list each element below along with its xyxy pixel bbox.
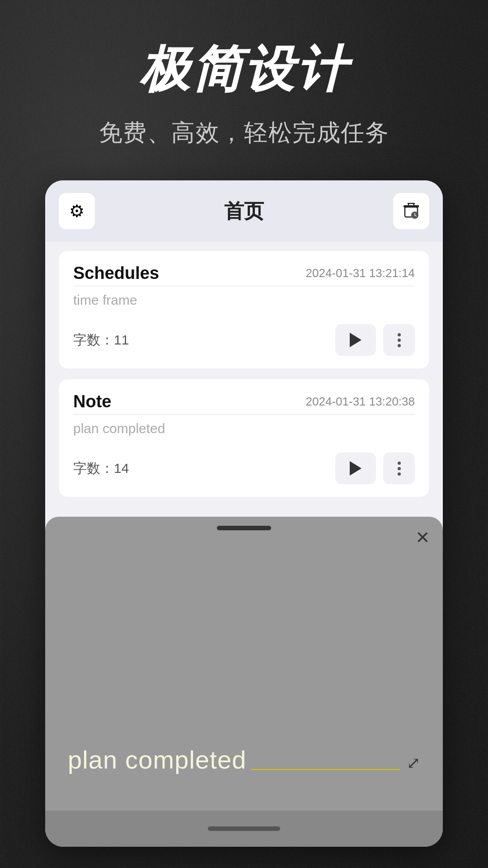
card-schedules-preview: time frame — [73, 292, 415, 311]
popup-close-button[interactable]: × — [416, 526, 429, 548]
card-schedules-wordcount: 字数：11 — [73, 331, 129, 349]
card-schedules-divider — [73, 286, 415, 286]
note-more-button[interactable] — [383, 453, 415, 484]
card-note-wordcount: 字数：14 — [73, 459, 129, 478]
compress-icon[interactable]: ⤢ — [407, 754, 420, 773]
play-icon — [350, 333, 361, 347]
page-container: 极简设计 免费、高效，轻松完成任务 ⚙ 首页 — [0, 0, 488, 868]
card-note-date: 2024-01-31 13:20:38 — [306, 395, 415, 409]
play-icon — [350, 461, 361, 476]
hero-title: 极简设计 — [140, 36, 348, 104]
schedules-more-button[interactable] — [383, 324, 415, 356]
more-icon — [398, 462, 401, 476]
hero-subtitle: 免费、高效，轻松完成任务 — [99, 117, 389, 149]
app-header-title: 首页 — [224, 198, 264, 225]
app-container: ⚙ 首页 — [45, 180, 443, 847]
popup-underline — [251, 769, 401, 770]
card-note-divider — [73, 414, 415, 415]
popup-content: plan completed ⤢ — [45, 530, 443, 811]
card-note-actions — [335, 453, 415, 484]
card-note: Note 2024-01-31 13:20:38 plan completed … — [59, 379, 429, 497]
card-note-footer: 字数：14 — [73, 453, 415, 484]
card-schedules-title: Schedules — [73, 264, 159, 283]
cards-area: Schedules 2024-01-31 13:21:14 time frame… — [45, 242, 443, 517]
popup-main-text: plan completed — [68, 745, 247, 774]
settings-button[interactable]: ⚙ — [59, 193, 95, 229]
card-note-preview: plan completed — [73, 421, 415, 439]
popup-bottom-bar — [45, 811, 443, 847]
card-schedules: Schedules 2024-01-31 13:21:14 time frame… — [59, 251, 429, 368]
card-schedules-date: 2024-01-31 13:21:14 — [306, 266, 415, 280]
svg-rect-1 — [404, 205, 419, 208]
popup-panel: × plan completed ⤢ — [45, 517, 443, 847]
card-note-header: Note 2024-01-31 13:20:38 — [73, 392, 415, 411]
note-play-button[interactable] — [335, 453, 376, 484]
schedules-play-button[interactable] — [335, 324, 376, 356]
archive-icon — [402, 202, 421, 221]
app-header: ⚙ 首页 — [45, 180, 443, 242]
more-icon — [398, 333, 401, 347]
popup-text-row: plan completed ⤢ — [68, 745, 420, 774]
archive-button[interactable] — [393, 193, 429, 229]
card-note-title: Note — [73, 392, 111, 411]
card-schedules-footer: 字数：11 — [73, 324, 415, 356]
card-schedules-header: Schedules 2024-01-31 13:21:14 — [73, 264, 415, 283]
bottom-hint-indicator — [208, 826, 280, 831]
popup-notch — [217, 526, 271, 530]
card-schedules-actions — [335, 324, 415, 356]
gear-icon: ⚙ — [69, 201, 84, 221]
